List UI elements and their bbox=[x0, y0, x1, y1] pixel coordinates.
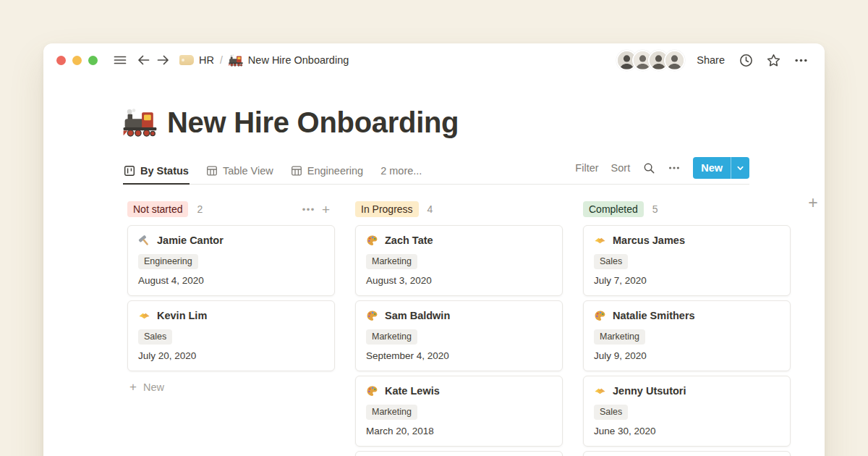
start-date: July 20, 2020 bbox=[138, 350, 324, 363]
new-button-label: New bbox=[693, 162, 731, 174]
department-tag: Sales bbox=[594, 405, 628, 420]
column-count: 2 bbox=[197, 203, 203, 215]
add-card-button[interactable]: +New bbox=[127, 381, 335, 393]
avatar-group[interactable] bbox=[616, 50, 685, 71]
breadcrumb-workspace-label: HR bbox=[199, 54, 214, 66]
start-date: July 7, 2020 bbox=[594, 274, 780, 287]
zoom-window-button[interactable] bbox=[88, 56, 98, 65]
breadcrumb-separator: / bbox=[220, 54, 223, 66]
column-header: In Progress4 bbox=[355, 201, 563, 217]
palette-icon bbox=[594, 310, 606, 322]
card-name-text: Jenny Utsutori bbox=[613, 384, 686, 398]
card-title: Kevin Lim bbox=[138, 308, 324, 323]
board-column-not-started: Not started2•••+Jamie CantorEngineeringA… bbox=[127, 201, 335, 456]
start-date: July 9, 2020 bbox=[594, 350, 780, 363]
tab-label: By Status bbox=[140, 165, 189, 177]
board-card[interactable]: Natalie SmithersMarketingJuly 9, 2020 bbox=[583, 300, 791, 371]
updates-clock-icon[interactable] bbox=[739, 53, 754, 68]
favorite-star-icon[interactable] bbox=[766, 53, 781, 68]
sort-button[interactable]: Sort bbox=[611, 162, 631, 174]
column-status-pill[interactable]: Not started bbox=[127, 201, 188, 217]
board-card[interactable]: Jenny UtsutoriSalesJune 30, 2020 bbox=[583, 376, 791, 447]
add-group-button[interactable]: + bbox=[804, 193, 822, 212]
start-date: June 30, 2020 bbox=[594, 425, 780, 438]
back-icon[interactable] bbox=[136, 53, 150, 67]
view-controls: Filter Sort New bbox=[575, 157, 749, 184]
desktop-backdrop: { "colors": { "backdrop": "#F5F0E4", "wi… bbox=[0, 0, 868, 456]
train-icon bbox=[229, 54, 243, 67]
train-icon bbox=[123, 107, 157, 138]
board-card[interactable]: Jamie CantorEngineeringAugust 4, 2020 bbox=[127, 225, 335, 296]
handshake-icon bbox=[138, 310, 150, 322]
column-add-icon[interactable]: + bbox=[322, 203, 330, 216]
start-date: August 4, 2020 bbox=[138, 274, 324, 287]
department-tag: Marketing bbox=[366, 405, 417, 420]
column-status-pill[interactable]: In Progress bbox=[355, 201, 419, 217]
board-card[interactable]: Zach TateMarketingAugust 3, 2020 bbox=[355, 225, 563, 296]
app-window: HR / New Hire Onboarding Share New Hire … bbox=[43, 43, 825, 456]
board-card[interactable]: Kevin LimSalesJuly 20, 2020 bbox=[127, 300, 335, 371]
column-header: Not started2•••+ bbox=[127, 201, 335, 217]
avatar[interactable] bbox=[664, 50, 685, 71]
start-date: March 20, 2018 bbox=[366, 425, 552, 438]
search-icon[interactable] bbox=[642, 161, 655, 174]
palette-icon bbox=[366, 235, 378, 247]
tab-label: Table View bbox=[223, 165, 273, 177]
column-actions: •••+ bbox=[302, 203, 335, 216]
window-topbar: HR / New Hire Onboarding Share bbox=[43, 43, 825, 77]
board-column-completed: Completed5Marcus JamesSalesJuly 7, 2020N… bbox=[583, 201, 791, 456]
card-name-text: Natalie Smithers bbox=[613, 308, 695, 323]
board-card[interactable]: Matt Morris bbox=[583, 451, 791, 456]
tab-by-status[interactable]: By Status bbox=[123, 165, 190, 185]
minimize-window-button[interactable] bbox=[72, 56, 82, 65]
board-card[interactable]: Sam BaldwinMarketingSeptember 4, 2020 bbox=[355, 300, 563, 371]
column-more-icon[interactable]: ••• bbox=[302, 204, 315, 215]
handshake-icon bbox=[594, 235, 606, 247]
board-card[interactable]: Shawn Hunter bbox=[355, 451, 563, 456]
share-button[interactable]: Share bbox=[697, 54, 725, 66]
column-status-pill[interactable]: Completed bbox=[583, 201, 644, 217]
forward-icon[interactable] bbox=[156, 53, 171, 67]
tab-table-view[interactable]: Table View bbox=[205, 165, 274, 185]
department-tag: Marketing bbox=[366, 329, 417, 345]
department-tag: Marketing bbox=[366, 254, 417, 269]
tab-2-more[interactable]: 2 more... bbox=[380, 165, 422, 185]
table-view-icon bbox=[206, 165, 218, 177]
department-tag: Sales bbox=[594, 254, 628, 269]
view-tabs: By StatusTable ViewEngineering2 more... bbox=[123, 165, 422, 184]
tab-label: 2 more... bbox=[380, 165, 422, 177]
breadcrumb-page[interactable]: New Hire Onboarding bbox=[229, 54, 349, 67]
board-card[interactable]: Marcus JamesSalesJuly 7, 2020 bbox=[583, 225, 791, 296]
page-title[interactable]: New Hire Onboarding bbox=[123, 106, 825, 139]
card-name-text: Marcus James bbox=[613, 233, 685, 248]
column-count: 4 bbox=[427, 203, 433, 215]
card-title: Zach Tate bbox=[366, 233, 552, 248]
start-date: September 4, 2020 bbox=[366, 350, 552, 363]
more-options-icon[interactable] bbox=[793, 53, 809, 68]
new-button[interactable]: New bbox=[693, 157, 749, 179]
card-name-text: Sam Baldwin bbox=[385, 308, 450, 323]
department-tag: Marketing bbox=[594, 329, 645, 345]
card-title: Kate Lewis bbox=[366, 384, 552, 398]
page-title-text: New Hire Onboarding bbox=[167, 106, 459, 139]
board-column-in-progress: In Progress4Zach TateMarketingAugust 3, … bbox=[355, 201, 563, 456]
start-date: August 3, 2020 bbox=[366, 274, 552, 287]
view-tabs-row: By StatusTable ViewEngineering2 more... … bbox=[123, 157, 749, 185]
card-name-text: Kate Lewis bbox=[385, 384, 440, 398]
card-title: Marcus James bbox=[594, 233, 780, 248]
sidebar-menu-icon[interactable] bbox=[113, 53, 127, 67]
board-card[interactable]: Kate LewisMarketingMarch 20, 2018 bbox=[355, 376, 563, 447]
view-more-icon[interactable] bbox=[668, 161, 681, 174]
palette-icon bbox=[366, 310, 378, 322]
chevron-down-icon[interactable] bbox=[731, 157, 749, 179]
filter-button[interactable]: Filter bbox=[575, 162, 598, 174]
tab-engineering[interactable]: Engineering bbox=[290, 165, 364, 185]
card-name-text: Jamie Cantor bbox=[157, 233, 224, 248]
card-title: Jamie Cantor bbox=[138, 233, 324, 248]
card-name-text: Zach Tate bbox=[385, 233, 433, 248]
hr-label-icon bbox=[179, 55, 194, 65]
card-name-text: Kevin Lim bbox=[157, 308, 207, 323]
column-count: 5 bbox=[652, 203, 658, 215]
close-window-button[interactable] bbox=[56, 56, 66, 65]
breadcrumb-workspace[interactable]: HR bbox=[179, 54, 214, 66]
